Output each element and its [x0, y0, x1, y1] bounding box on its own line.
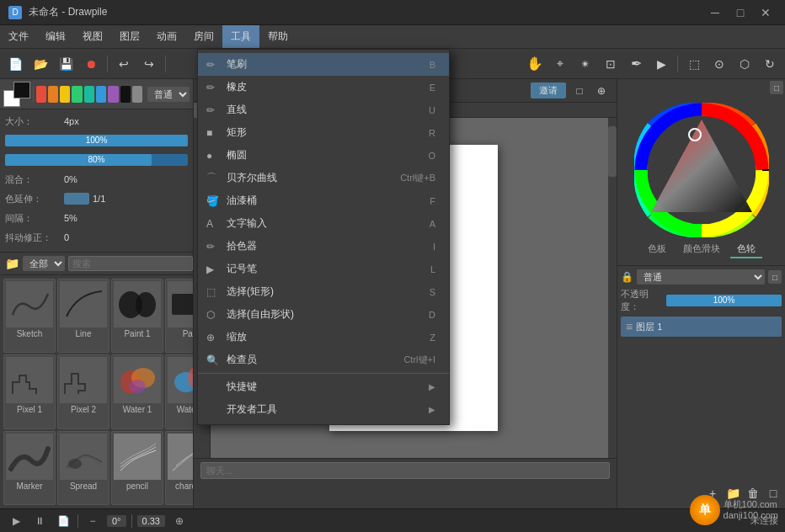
transform2-button[interactable]: ⬡ — [733, 52, 756, 76]
menu-tools[interactable]: 工具 — [222, 25, 259, 48]
transform-button[interactable]: ⌖ — [548, 52, 572, 76]
menu-help[interactable]: 帮助 — [259, 25, 296, 48]
brush-search-input[interactable] — [68, 256, 193, 271]
pause-button[interactable]: ⏸ — [30, 513, 49, 529]
menu-room[interactable]: 房间 — [185, 25, 222, 48]
wand-button[interactable]: ✴ — [574, 52, 597, 76]
brush-item-sketch[interactable]: Sketch — [3, 279, 56, 353]
menu-item-shortcuts[interactable]: 快捷键 ▶ — [198, 375, 449, 398]
minimize-button[interactable]: ─ — [704, 4, 726, 21]
zoom-in-button[interactable]: ⊕ — [170, 513, 189, 529]
pointer-button[interactable]: ▶ — [649, 52, 673, 76]
menu-file[interactable]: 文件 — [0, 25, 37, 48]
opacity-slider[interactable]: 100% — [666, 295, 782, 306]
brush-thumb-water1 — [114, 357, 161, 403]
crop-button[interactable]: ⊡ — [599, 52, 622, 76]
brush-folder-icon[interactable]: 📁 — [5, 257, 19, 270]
brush-item-spread[interactable]: Spread — [57, 431, 109, 505]
layer-lock-icon[interactable]: 🔒 — [621, 271, 633, 283]
pan-tool-button[interactable]: ✋ — [523, 52, 547, 76]
colorpicker-menu-shortcut: I — [433, 242, 435, 252]
chat-input[interactable] — [200, 462, 610, 479]
color-swatch-yellow[interactable] — [60, 86, 70, 103]
brush-item-pixel2[interactable]: Pixel 2 — [57, 354, 109, 428]
layer-item-1[interactable]: ≡ 图层 1 — [621, 317, 782, 337]
brush-item-line[interactable]: Line — [57, 279, 109, 353]
participant-add-btn[interactable]: ⊕ — [593, 82, 610, 99]
opacity-brush-slider[interactable]: 100% — [5, 135, 188, 146]
text-menu-shortcut: A — [430, 219, 435, 229]
color-swatch-gray[interactable] — [132, 86, 142, 103]
brush-thumb-pixel1 — [6, 357, 53, 403]
tab-color-sliders[interactable]: 颜色滑块 — [676, 241, 727, 258]
layer-panel-expand-btn[interactable]: □ — [768, 270, 782, 284]
brush-item-pa[interactable]: Pa... — [165, 279, 193, 353]
marquee-button[interactable]: ⬚ — [682, 52, 706, 76]
menu-item-eraser[interactable]: ✏ 橡皮 E — [198, 76, 449, 98]
color-swatch-orange[interactable] — [48, 86, 58, 103]
select-free-menu-icon: ⬡ — [206, 309, 220, 321]
menu-layer[interactable]: 图层 — [111, 25, 148, 48]
maximize-button[interactable]: □ — [729, 4, 751, 21]
foreground-color-swatch[interactable] — [13, 82, 30, 98]
menu-item-marker[interactable]: ▶ 记号笔 L — [198, 258, 449, 280]
menu-item-brush[interactable]: ✏ 笔刷 B — [198, 53, 449, 76]
menu-item-colorpicker[interactable]: ✏ 拾色器 I — [198, 235, 449, 258]
eyedrop-button[interactable]: ✒ — [624, 52, 648, 76]
save-button[interactable]: 💾 — [54, 52, 77, 76]
new-frame-button[interactable]: 📄 — [54, 513, 72, 529]
brush-name-pixel1: Pixel 1 — [6, 405, 53, 414]
menu-item-bezier[interactable]: ⌒ 贝齐尔曲线 Ctrl键+B — [198, 167, 449, 189]
color-swatch-green[interactable] — [72, 86, 82, 103]
menu-item-rect[interactable]: ■ 矩形 R — [198, 121, 449, 144]
participant-layout-btn[interactable]: □ — [571, 82, 588, 99]
vertical-scrollbar-thumb[interactable] — [608, 126, 617, 177]
menu-item-inspector[interactable]: 🔍 检查员 Ctrl键+I — [198, 348, 449, 371]
brush-item-pixel1[interactable]: Pixel 1 — [3, 354, 56, 428]
lasso-button[interactable]: ⊙ — [708, 52, 731, 76]
color-swatch-blue[interactable] — [96, 86, 106, 103]
tab-color-wheel[interactable]: 色轮 — [730, 241, 762, 258]
brush-item-water2[interactable]: Water 2 — [165, 354, 193, 428]
menu-animate[interactable]: 动画 — [148, 25, 185, 48]
rotate-button[interactable]: ↻ — [758, 52, 782, 76]
color-wheel-container[interactable] — [634, 103, 769, 237]
marker-menu-icon: ▶ — [206, 263, 220, 275]
open-file-button[interactable]: 📂 — [29, 52, 52, 76]
menu-item-ellipse[interactable]: ● 椭圆 O — [198, 144, 449, 167]
color-swatch-teal[interactable] — [84, 86, 94, 103]
menu-edit[interactable]: 编辑 — [37, 25, 74, 48]
brush-item-paint1[interactable]: Paint 1 — [111, 279, 163, 353]
menu-view[interactable]: 视图 — [74, 25, 111, 48]
new-file-button[interactable]: 📄 — [3, 52, 27, 76]
brush-item-charcoal[interactable]: charcoal — [165, 431, 193, 505]
tab-color-swatches[interactable]: 色板 — [641, 241, 673, 258]
menu-item-fill[interactable]: 🪣 油漆桶 F — [198, 189, 449, 212]
right-panel-expand-btn[interactable]: □ — [770, 81, 783, 94]
brush-item-water1[interactable]: Water 1 — [111, 354, 163, 428]
layer-blend-mode-select[interactable]: 普通 — [637, 269, 765, 285]
brush-grid: Sketch Line Paint 1 — [0, 275, 193, 508]
menu-item-devtools[interactable]: 开发者工具 ▶ — [198, 398, 449, 421]
invite-button[interactable]: 邀请 — [531, 82, 566, 98]
hardness-slider[interactable]: 80% — [5, 154, 188, 166]
blend-mode-selector[interactable]: 普通 — [147, 87, 190, 102]
brush-item-pencil[interactable]: pencil — [111, 431, 163, 505]
color-swatch-black[interactable] — [120, 86, 131, 103]
record-button[interactable]: ⏺ — [79, 52, 103, 76]
color-swatch-red[interactable] — [36, 86, 46, 103]
brush-item-marker[interactable]: Marker — [3, 431, 56, 505]
vertical-scrollbar[interactable] — [608, 118, 617, 458]
color-swatch-purple[interactable] — [108, 86, 118, 103]
play-button[interactable]: ▶ — [7, 513, 25, 529]
zoom-out-button[interactable]: − — [83, 513, 102, 529]
menu-item-text[interactable]: A 文字输入 A — [198, 212, 449, 235]
menu-item-line[interactable]: ✏ 直线 U — [198, 98, 449, 121]
menu-item-select-free[interactable]: ⬡ 选择(自由形状) D — [198, 303, 449, 326]
close-button[interactable]: ✕ — [755, 4, 777, 21]
undo-button[interactable]: ↩ — [112, 52, 136, 76]
menu-item-zoom[interactable]: ⊕ 缩放 Z — [198, 326, 449, 348]
brush-category-select[interactable]: 全部 — [23, 256, 65, 271]
menu-item-select-rect[interactable]: ⬚ 选择(矩形) S — [198, 280, 449, 303]
redo-button[interactable]: ↪ — [137, 52, 161, 76]
